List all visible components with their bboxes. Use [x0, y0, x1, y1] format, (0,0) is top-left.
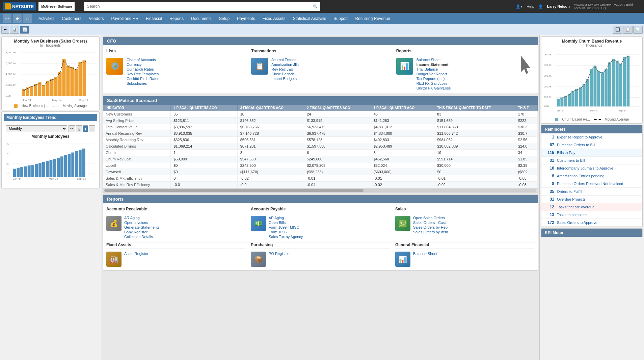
cfo-link-rlzd[interactable]: Rlzd FX Gain/Loss	[417, 81, 451, 85]
cfo-link-amort[interactable]: Amortization JEs	[271, 62, 299, 67]
fa-link-1[interactable]: Asset Register	[124, 252, 149, 256]
right-chart-subtitle: In Thousands	[543, 44, 640, 47]
toolbar-btn-2[interactable]: 📊	[10, 26, 19, 34]
reminder-link[interactable]: Expense Report to Approve	[557, 135, 640, 139]
right-legend-label-1: Churn Based Re...	[562, 118, 590, 121]
star-icon[interactable]: ★	[13, 14, 22, 23]
nav-icon-2[interactable]: 👤	[538, 4, 543, 9]
reminder-link[interactable]: Tasks to complete	[557, 213, 640, 217]
cfo-link-unrlzd[interactable]: Unrlzd FX Gain/Loss	[417, 86, 451, 90]
cfo-link-balance[interactable]: Balance Sheet	[417, 58, 451, 62]
sales-link-1[interactable]: Open Sales Orders	[413, 216, 448, 220]
svg-rect-82	[590, 69, 593, 106]
reports-fa-row: 🏭 Asset Register	[106, 252, 245, 267]
ap-link-4[interactable]: Form 1096	[269, 230, 303, 234]
reports-section: Reports Accounts Receivable 💰 AR Aging O…	[103, 195, 538, 271]
reminder-link[interactable]: Sales Orders to Approve	[557, 221, 640, 225]
menu-activities[interactable]: Activities	[35, 14, 58, 23]
help-text[interactable]: Help	[527, 4, 534, 8]
scroll-bar[interactable]	[103, 188, 538, 192]
history-icon[interactable]: ↩	[3, 14, 11, 23]
ap-link-2[interactable]: Open Bills	[269, 221, 303, 225]
employees-dropdown-row: Monthly Quarterly Annual 〜 △ ▮ ◌	[6, 125, 95, 132]
cfo-link-exch-rates[interactable]: Curr Exch Rates	[127, 67, 159, 71]
cfo-link-close[interactable]: Close Periods	[271, 72, 299, 76]
ap-link-3[interactable]: Form 1099 - MISC	[269, 225, 303, 229]
menu-fixed-assets[interactable]: Fixed Assets	[259, 14, 289, 23]
cfo-link-rev-rec-jes[interactable]: Rev Rec JEs	[271, 67, 299, 71]
menu-payments[interactable]: Payments	[234, 14, 258, 23]
toolbar-btn-3[interactable]: 📈	[20, 26, 29, 34]
purchasing-link-1[interactable]: PO Register	[269, 252, 289, 256]
menu-vendors[interactable]: Vendors	[85, 14, 107, 23]
reminder-link[interactable]: Purchase Orders to Bill	[557, 143, 640, 147]
cfo-link-income[interactable]: Income Statement	[417, 62, 451, 67]
indicator-cell: Avg Selling Price	[103, 118, 171, 124]
reminder-count: 31	[544, 197, 554, 202]
line-chart-btn[interactable]: 〜	[69, 125, 75, 132]
sales-link-2[interactable]: Sales Orders - Cust	[413, 221, 448, 225]
pie-chart-btn[interactable]: ◌	[89, 125, 95, 132]
menu-statistical[interactable]: Statistical Analysis	[290, 14, 330, 23]
left-bar-chart: 8,000.0K 6,000.0K 4,000.0K 2,000.0K 0.0K	[4, 49, 97, 103]
search-input[interactable]	[87, 4, 312, 9]
indicator-cell: Sales & Mkt Efficiency	[103, 175, 171, 182]
reminder-link[interactable]: Bills to Pay	[557, 151, 640, 155]
menu-support[interactable]: Support	[330, 14, 351, 23]
svg-rect-39	[20, 167, 23, 177]
home-icon[interactable]: ⌂	[23, 14, 32, 23]
reminder-link[interactable]: Customers to Bill	[557, 158, 640, 162]
toolbar-btn-1[interactable]: ↩	[1, 26, 9, 34]
reminder-link[interactable]: Tasks that are overdue	[557, 205, 640, 209]
cfo-lists-icon-row: ⚙️ Chart of Accounts Currency Curr Exch …	[106, 58, 244, 85]
employees-period-select[interactable]: Monthly Quarterly Annual	[6, 125, 67, 132]
reminder-link[interactable]: Overdue Projects	[557, 197, 640, 201]
col-q2: 2 FISCAL QUARTERS AGO	[304, 105, 371, 111]
ar-link-5[interactable]: Collection Details	[124, 235, 160, 239]
cfo-link-budget[interactable]: Budget Var Report	[417, 72, 451, 76]
svg-rect-83	[593, 66, 596, 107]
menu-customers[interactable]: Customers	[58, 14, 85, 23]
reminder-link[interactable]: Orders to Fulfill	[557, 189, 640, 194]
ap-link-1[interactable]: AP Aging	[269, 216, 303, 220]
reminder-link[interactable]: Intercompany Journals to Approve	[557, 166, 640, 170]
reminder-link[interactable]: Amortization Entries pending	[557, 174, 640, 178]
metrics-table-scroll[interactable]: INDICATOR 4 FISCAL QUARTERS AGO 3 FISCAL…	[103, 105, 538, 188]
bar-chart-btn[interactable]: ▮	[83, 125, 88, 132]
menu-payroll[interactable]: Payroll and HR	[108, 14, 142, 23]
gf-link-1[interactable]: Balance Sheet	[413, 252, 437, 256]
menu-recurring[interactable]: Recurring Revenue	[352, 14, 393, 23]
toolbar-btn-4[interactable]: 🔲	[613, 26, 622, 34]
search-bar[interactable]: 🔍	[84, 2, 320, 11]
ar-link-1[interactable]: AR Aging	[124, 216, 160, 220]
area-chart-btn[interactable]: △	[76, 125, 82, 132]
purchasing-links: PO Register	[269, 252, 289, 256]
ap-link-5[interactable]: Sales Tax by Agency	[269, 235, 303, 239]
ar-link-3[interactable]: Generate Statements	[124, 225, 160, 229]
sales-link-3[interactable]: Sales Orders by Rep	[413, 225, 448, 229]
cfo-link-currency[interactable]: Currency	[127, 62, 159, 67]
cfo-link-rev-rec[interactable]: Rev Rec Templates	[127, 72, 159, 76]
toolbar-btn-6[interactable]: 📊	[633, 26, 643, 34]
netsuite-logo[interactable]: NETSUITE	[3, 2, 36, 10]
cfo-link-subsidiaries[interactable]: Subsidiaries	[127, 81, 159, 85]
menu-setup[interactable]: Setup	[216, 14, 233, 23]
cfo-link-cnsldtd[interactable]: Cnsldtd Exch Rates	[127, 77, 159, 81]
menu-financial[interactable]: Financial	[142, 14, 165, 23]
nav-icon-1[interactable]: 👤▾	[516, 4, 522, 9]
ar-link-2[interactable]: Open Invoices	[124, 221, 160, 225]
cfo-link-trial[interactable]: Trial Balance	[417, 67, 451, 71]
toolbar-btn-5[interactable]: 📋	[623, 26, 633, 34]
menu-documents[interactable]: Documents	[188, 14, 215, 23]
reminder-link[interactable]: Purchase Orders Received Not Invoiced	[557, 182, 640, 186]
ar-link-4[interactable]: Bank Register	[124, 230, 160, 234]
cfo-link-chart-of-accounts[interactable]: Chart of Accounts	[127, 58, 159, 62]
menu-reports[interactable]: Reports	[166, 14, 187, 23]
cfo-link-journal[interactable]: Journal Entries	[271, 58, 299, 62]
q3-cell: $7,146,728	[237, 130, 304, 137]
cfo-link-tax[interactable]: Tax Reports (Intl)	[417, 77, 451, 81]
cfo-link-import[interactable]: Import Budgets	[271, 77, 299, 81]
reports-ap-title: Accounts Payable	[251, 207, 390, 213]
sales-link-4[interactable]: Sales Orders by Item	[413, 230, 448, 234]
right-legend-line	[594, 119, 601, 120]
